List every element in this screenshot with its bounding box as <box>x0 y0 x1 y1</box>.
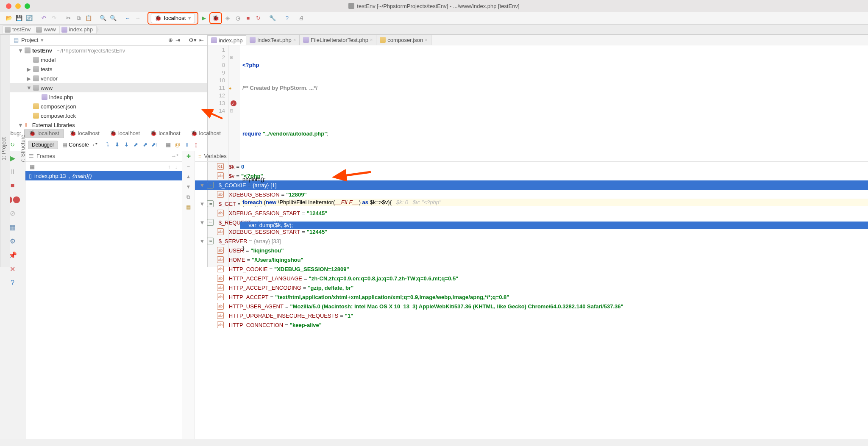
fold-icon[interactable]: ⊞ <box>229 54 240 61</box>
tree-folder[interactable]: ▶vendor <box>10 74 207 83</box>
variable-row[interactable]: ab HTTP_UPGRADE_INSECURE_REQUESTS = "1" <box>195 311 868 320</box>
undo-icon[interactable]: ↶ <box>39 14 48 23</box>
settings-icon[interactable]: ⫴ <box>182 140 192 150</box>
step-out-icon[interactable]: ⬈ <box>131 140 141 150</box>
paste-icon[interactable]: 📋 <box>84 14 93 23</box>
variable-row[interactable]: ab HTTP_CONNECTION = "keep-alive" <box>195 320 868 330</box>
print-icon[interactable]: 🖨 <box>297 14 306 23</box>
structure-tool-tab[interactable]: 7: Structure <box>19 135 26 163</box>
find-icon[interactable]: 🔍 <box>98 14 108 23</box>
add-watch-icon[interactable]: ✚ <box>185 152 192 160</box>
tree-folder[interactable]: ▶tests <box>10 64 207 74</box>
run-config-dropdown[interactable]: 🐞 localhost ▾ <box>151 13 195 23</box>
replace-icon[interactable]: 🔍 <box>108 14 118 23</box>
up-icon[interactable]: ▲ <box>185 173 192 180</box>
sync-icon[interactable]: 🔄 <box>25 14 34 23</box>
step-over-icon[interactable]: ⤵ <box>103 140 113 150</box>
thread-dropdown-icon[interactable]: →* <box>171 153 178 159</box>
stack-frame[interactable]: ▯ index.php:13, {main}() <box>25 171 182 180</box>
left-tool-tabs[interactable]: 1: Project 7: Structure <box>0 35 10 267</box>
editor-tab[interactable]: indexTest.php× <box>246 35 300 45</box>
breakpoint-icon[interactable] <box>231 100 236 106</box>
down-icon[interactable]: ▼ <box>185 183 192 191</box>
zoom-window-icon[interactable] <box>25 3 30 9</box>
collapse-all-icon[interactable]: ⇥ <box>175 37 180 43</box>
stop-icon[interactable]: ■ <box>243 14 253 23</box>
close-icon[interactable]: ✕ <box>10 265 15 273</box>
fold-icon[interactable]: ⊟ <box>229 107 240 115</box>
stop-icon[interactable]: ■ <box>11 182 15 189</box>
scroll-to-icon[interactable]: ⊕ <box>168 37 173 43</box>
debug-icon[interactable]: 🐞 <box>211 14 220 23</box>
tree-folder[interactable]: model <box>10 55 207 64</box>
tree-file[interactable]: composer.lock <box>10 111 207 120</box>
mute-breakpoints-icon[interactable]: ⊘ <box>10 209 15 217</box>
editor-body[interactable]: 1 2 8 9 10 11 12 13 14 ⊞ ● ⊟ <?php <box>208 45 868 267</box>
help-icon[interactable]: ? <box>282 14 292 23</box>
copy-icon[interactable]: ⧉ <box>74 14 83 23</box>
close-tab-icon[interactable]: × <box>293 37 296 42</box>
project-view-icon[interactable]: ▤ <box>14 37 19 43</box>
minimize-window-icon[interactable] <box>15 3 21 9</box>
force-step-into-icon[interactable]: ⬇ <box>122 140 131 150</box>
editor-tab[interactable]: index.php <box>208 35 246 45</box>
console-tab[interactable]: ▤ Console →* <box>59 141 101 149</box>
evaluate-icon[interactable]: ▦ <box>164 140 173 150</box>
breadcrumb-item[interactable]: www <box>34 25 59 34</box>
run-to-cursor-icon[interactable]: ⬈ <box>141 140 150 150</box>
window-traffic-lights[interactable] <box>6 3 30 9</box>
rerun-debug-icon[interactable]: ↻ <box>10 141 15 148</box>
watch-icon[interactable]: @ <box>173 140 182 150</box>
prev-frame-icon[interactable]: ↑ <box>168 163 171 170</box>
debug-session-tab[interactable]: 🐞localhost <box>105 129 145 138</box>
debugger-tab[interactable]: Debugger <box>28 141 58 149</box>
coverage-icon[interactable]: ◈ <box>223 14 232 23</box>
debug-session-tab[interactable]: 🐞localhost <box>24 129 64 138</box>
copy-icon[interactable]: ⧉ <box>185 193 192 201</box>
hide-icon[interactable]: ⇤ <box>199 37 204 43</box>
close-window-icon[interactable] <box>6 3 11 9</box>
layout-icon[interactable]: ▦ <box>9 223 16 231</box>
next-frame-icon[interactable]: ↓ <box>175 163 178 170</box>
debug-session-tab[interactable]: 🐞localhost <box>186 129 225 138</box>
gear-icon[interactable]: ⚙▾ <box>189 37 197 43</box>
external-libraries[interactable]: ▼⫴ External Libraries <box>10 120 207 130</box>
rerun-icon[interactable]: ↻ <box>253 14 263 23</box>
step-into-icon[interactable]: ⬇ <box>113 140 122 150</box>
tree-file[interactable]: index.php <box>10 92 207 102</box>
paste-icon[interactable]: ▦ <box>185 203 192 211</box>
code-area[interactable]: <?php /** Created by PhpStorm. ...*/ req… <box>240 45 868 267</box>
debug-session-tab[interactable]: 🐞localhost <box>65 129 104 138</box>
project-header-label[interactable]: Project <box>21 37 38 43</box>
settings-gear-icon[interactable]: ⚙ <box>10 237 16 245</box>
help-icon[interactable]: ? <box>11 279 14 287</box>
variable-row[interactable]: ab HTTP_ACCEPT_LANGUAGE = "zh-CN,zh;q=0.… <box>195 274 868 283</box>
settings-icon[interactable]: 🔧 <box>268 14 277 23</box>
breadcrumb-item[interactable]: testEnv <box>3 25 34 34</box>
cut-icon[interactable]: ✂ <box>64 14 73 23</box>
variable-row[interactable]: ab HTTP_USER_AGENT = "Mozilla/5.0 (Macin… <box>195 302 868 311</box>
editor-tab[interactable]: FileLineIteratorTest.php× <box>300 35 376 45</box>
drop-frame-icon[interactable]: ⬈I <box>150 140 159 150</box>
dropdown-icon[interactable]: ▾ <box>41 37 44 43</box>
editor-tab[interactable]: composer.json× <box>376 35 431 45</box>
run-icon[interactable]: ▶ <box>199 14 209 23</box>
variable-row[interactable]: ab HTTP_ACCEPT = "text/html,application/… <box>195 292 868 302</box>
open-icon[interactable]: 📂 <box>4 14 14 23</box>
tree-folder[interactable]: ▼www <box>10 83 207 92</box>
redo-icon[interactable]: ↷ <box>49 14 58 23</box>
profile-icon[interactable]: ◷ <box>233 14 242 23</box>
forward-icon[interactable]: → <box>133 14 142 23</box>
close-tab-icon[interactable]: × <box>425 37 427 42</box>
pin-icon[interactable]: ▯ <box>192 140 201 150</box>
debug-session-tab[interactable]: 🐞localhost <box>145 129 185 138</box>
tree-root[interactable]: ▼testEnv ~/PhpstormProjects/testEnv <box>10 46 207 55</box>
save-all-icon[interactable]: 💾 <box>14 14 24 23</box>
back-icon[interactable]: ← <box>123 14 132 23</box>
project-tool-tab[interactable]: 1: Project <box>0 137 7 161</box>
variable-row[interactable]: ab HTTP_ACCEPT_ENCODING = "gzip, deflate… <box>195 283 868 292</box>
breadcrumb-item[interactable]: index.php <box>59 25 97 34</box>
close-tab-icon[interactable]: × <box>370 37 373 42</box>
tree-file[interactable]: composer.json <box>10 102 207 111</box>
remove-icon[interactable]: − <box>185 163 192 170</box>
